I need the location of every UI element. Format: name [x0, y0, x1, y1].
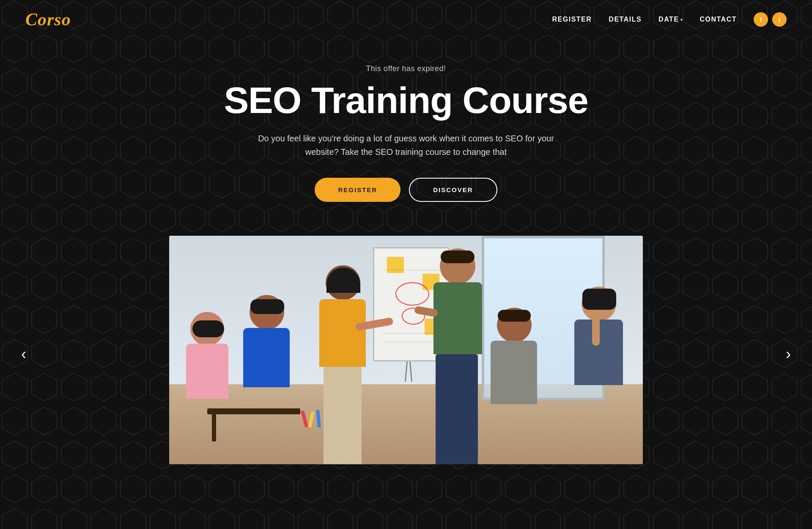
- person-2: [224, 278, 309, 464]
- person-3-body: [491, 341, 537, 404]
- slider-prev-button[interactable]: ‹: [13, 337, 35, 372]
- person-1-body: [186, 344, 228, 399]
- hero-buttons: REGISTER DISCOVER: [8, 178, 804, 202]
- slider-next-button[interactable]: ›: [777, 337, 799, 372]
- hero-title: SEO Training Course: [8, 81, 804, 120]
- person-3-hair: [498, 310, 531, 322]
- nav-item-contact[interactable]: CONTACT: [700, 16, 737, 23]
- presenter-2-legs: [436, 354, 478, 464]
- nav-link-register[interactable]: REGISTER: [552, 16, 592, 23]
- offer-expired-text: This offer has expired!: [8, 64, 804, 73]
- chevron-down-icon: ▾: [680, 17, 683, 22]
- presenter-2-hair: [441, 251, 475, 263]
- nav-item-details[interactable]: DETAILS: [609, 16, 642, 23]
- twitter-icon[interactable]: t: [772, 12, 787, 27]
- nav-link-contact[interactable]: CONTACT: [700, 16, 737, 23]
- slider-image: [169, 236, 643, 464]
- person-2-body: [243, 328, 290, 387]
- slider-wrapper: ‹: [0, 236, 812, 473]
- hero-section: This offer has expired! SEO Training Cou…: [0, 39, 812, 223]
- discover-button[interactable]: DISCOVER: [409, 178, 497, 202]
- person-1-hair: [192, 320, 224, 337]
- person-3: [474, 282, 558, 464]
- table-items: [302, 409, 321, 430]
- nav-item-register[interactable]: REGISTER: [552, 16, 592, 23]
- slider-section: ‹: [0, 236, 812, 473]
- presenter-1: [300, 261, 385, 464]
- nav-right: REGISTER DETAILS DATE ▾ CONTACT f t: [552, 12, 787, 27]
- person-4-hair: [582, 289, 616, 310]
- nav-link-date[interactable]: DATE: [658, 16, 679, 23]
- navbar: Corso REGISTER DETAILS DATE ▾ CONTACT f …: [0, 0, 812, 39]
- nav-link-details[interactable]: DETAILS: [609, 16, 642, 23]
- person-4-arm: [592, 312, 600, 346]
- register-button[interactable]: REGISTER: [315, 178, 401, 202]
- presenter-1-body: [319, 299, 366, 367]
- nav-links: REGISTER DETAILS DATE ▾ CONTACT: [552, 16, 737, 23]
- nav-item-date[interactable]: DATE ▾: [658, 16, 683, 23]
- presenter-1-legs: [324, 367, 362, 464]
- person-4: [554, 270, 643, 464]
- hero-description: Do you feel like you're doing a lot of g…: [254, 132, 558, 159]
- sticky-note-1: [387, 257, 404, 273]
- person-2-hair: [250, 299, 284, 314]
- logo[interactable]: Corso: [25, 9, 71, 30]
- facebook-icon[interactable]: f: [754, 12, 768, 27]
- social-icons: f t: [754, 12, 787, 27]
